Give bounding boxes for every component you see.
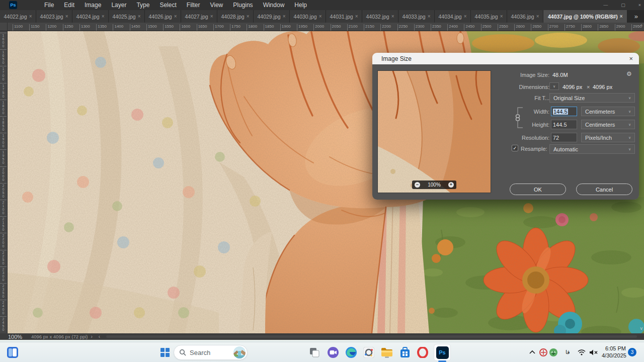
ruler-tick: 2000: [313, 24, 324, 31]
menu-item-layer[interactable]: Layer: [106, 1, 131, 10]
horizontal-scrollbar[interactable]: [106, 335, 637, 338]
zoom-in-icon[interactable]: +: [448, 182, 454, 188]
tab-close-icon[interactable]: ×: [138, 14, 141, 19]
status-arrow-right-icon[interactable]: ›: [88, 334, 96, 339]
width-unit-select[interactable]: Centimeters ∨: [581, 107, 635, 116]
width-input[interactable]: 144.5: [551, 107, 577, 116]
tab-close-icon[interactable]: ×: [283, 14, 286, 19]
tab-close-icon[interactable]: ×: [319, 14, 322, 19]
tab-close-icon[interactable]: ×: [620, 14, 623, 19]
resample-select[interactable]: Automatic ∨: [549, 144, 635, 154]
menu-item-image[interactable]: Image: [79, 1, 106, 10]
task-view-icon[interactable]: [308, 346, 320, 358]
tab-close-icon[interactable]: ×: [464, 14, 467, 19]
dimensions-chevron-icon[interactable]: ∨: [549, 82, 559, 90]
tab-overflow-icon[interactable]: »: [628, 10, 644, 23]
tab[interactable]: 44023.jpg×: [36, 10, 72, 23]
tab[interactable]: 44035.jpg×: [471, 10, 507, 23]
dialog-title: Image Size: [381, 55, 412, 62]
tab[interactable]: 44022.jpg×: [0, 10, 36, 23]
zoom-out-icon[interactable]: −: [415, 182, 420, 188]
tab-label: 44024.jpg: [76, 14, 100, 20]
dialog-close-icon[interactable]: ×: [629, 55, 633, 62]
image-size-value: 48.0M: [552, 72, 568, 78]
tab[interactable]: 44027.jpg×: [181, 10, 217, 23]
clock[interactable]: 6:05 PM 4/30/2025: [602, 345, 626, 359]
ruler-tick: 2 1 0 0: [0, 200, 7, 215]
height-input[interactable]: 144.5: [551, 120, 577, 129]
tab-close-icon[interactable]: ×: [102, 14, 105, 19]
wifi-icon[interactable]: [576, 346, 588, 358]
tab-close-icon[interactable]: ×: [536, 14, 539, 19]
menu-item-plugins[interactable]: Plugins: [228, 1, 258, 10]
menu-item-file[interactable]: File: [39, 1, 59, 10]
video-chat-app-icon[interactable]: [327, 346, 339, 358]
microsoft-store-icon[interactable]: [399, 346, 411, 358]
start-button-icon[interactable]: [159, 346, 171, 358]
tray-time: 6:05 PM: [602, 345, 626, 352]
menu-item-type[interactable]: Type: [131, 1, 154, 10]
menu-item-edit[interactable]: Edit: [59, 1, 79, 10]
ruler-tick: 2150: [364, 24, 374, 31]
tab-close-icon[interactable]: ×: [391, 14, 394, 19]
menu-item-help[interactable]: Help: [289, 1, 312, 10]
tab[interactable]: 44033.jpg×: [398, 10, 435, 23]
tab-close-icon[interactable]: ×: [65, 14, 68, 19]
fit-to-select[interactable]: Original Size ∨: [549, 93, 635, 103]
close-window-icon[interactable]: ×: [638, 3, 641, 8]
tab[interactable]: 44025.jpg×: [109, 10, 145, 23]
tray-idm-icon[interactable]: [547, 346, 559, 358]
tab-close-icon[interactable]: ×: [210, 14, 213, 19]
resolution-input[interactable]: 72: [551, 133, 577, 142]
pinned-app-icon[interactable]: [7, 346, 19, 358]
menu-item-filter[interactable]: Filter: [182, 1, 205, 10]
search-box[interactable]: Search: [174, 345, 248, 360]
resolution-unit-select[interactable]: Pixels/Inch ∨: [581, 133, 635, 142]
volume-muted-icon[interactable]: [588, 346, 600, 358]
scrollbar-down-icon[interactable]: v: [640, 326, 643, 331]
tab-close-icon[interactable]: ×: [174, 14, 177, 19]
resample-checkbox[interactable]: ✓: [512, 145, 518, 151]
tab-label: 44033.jpg: [403, 14, 426, 20]
resolution-unit-value: Pixels/Inch: [585, 135, 612, 141]
tab[interactable]: 44029.jpg×: [254, 10, 290, 23]
tab-close-icon[interactable]: ×: [247, 14, 250, 19]
tab[interactable]: 44030.jpg×: [290, 10, 326, 23]
tab-active[interactable]: 44037.jpg @ 100% (RGB/8#) ×: [543, 10, 627, 23]
tab[interactable]: 44026.jpg×: [145, 10, 181, 23]
tab[interactable]: 44034.jpg×: [435, 10, 471, 23]
tab-close-icon[interactable]: ×: [428, 14, 431, 19]
photoshop-taskbar-icon[interactable]: Ps: [434, 344, 451, 361]
menu-item-window[interactable]: Window: [258, 1, 290, 10]
tab-label: 44030.jpg: [294, 14, 317, 20]
menu-item-select[interactable]: Select: [154, 1, 181, 10]
tab[interactable]: 44024.jpg×: [72, 10, 109, 23]
maximize-icon[interactable]: ▢: [621, 3, 625, 8]
dialog-title-bar[interactable]: Image Size ×: [372, 53, 639, 64]
scrollbar-up-icon[interactable]: ^: [640, 24, 642, 29]
image-preview[interactable]: − 100% +: [377, 70, 491, 193]
cancel-button[interactable]: Cancel: [576, 184, 632, 195]
tab[interactable]: 44031.jpg×: [326, 10, 362, 23]
language-indicator[interactable]: فا: [566, 349, 570, 355]
tray-chevron-up-icon[interactable]: [526, 346, 538, 358]
tab-close-icon[interactable]: ×: [355, 14, 358, 19]
edge-browser-icon[interactable]: [345, 346, 357, 358]
status-arrow-left-icon[interactable]: ‹: [96, 334, 103, 339]
tab-close-icon[interactable]: ×: [29, 14, 32, 19]
tab[interactable]: 44032.jpg×: [362, 10, 398, 23]
notification-badge[interactable]: 3: [628, 348, 636, 356]
tab-close-icon[interactable]: ×: [500, 14, 503, 19]
file-explorer-icon[interactable]: [381, 346, 393, 358]
tab[interactable]: 44036.jpg×: [507, 10, 543, 23]
gear-icon[interactable]: ⚙: [626, 70, 632, 77]
opera-browser-icon[interactable]: [417, 346, 429, 358]
search-highlight-image[interactable]: [233, 346, 246, 358]
camera-lens-icon[interactable]: [363, 346, 375, 358]
ok-button[interactable]: OK: [510, 184, 566, 195]
minimize-icon[interactable]: —: [603, 3, 608, 8]
menu-item-view[interactable]: View: [205, 1, 228, 10]
height-unit-select[interactable]: Centimeters ∨: [581, 120, 635, 129]
tab[interactable]: 44028.jpg×: [217, 10, 254, 23]
zoom-level[interactable]: 100%: [8, 334, 31, 340]
